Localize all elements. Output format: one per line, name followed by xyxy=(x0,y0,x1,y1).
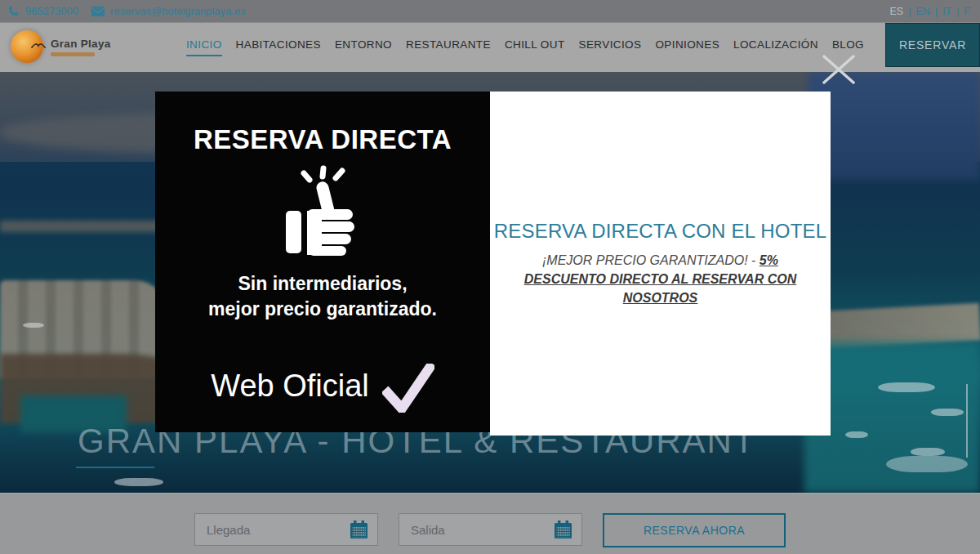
topbar: 965273000 reservas@hotelgranplaya.es ES … xyxy=(0,0,980,23)
nav-restaurante[interactable]: RESTAURANTE xyxy=(406,38,491,56)
promo-title: RESERVA DIRECTA xyxy=(194,124,452,155)
discount-text: ¡MEJOR PRECIO GARANTIZADO! - 5% DESCUENT… xyxy=(510,251,812,307)
boat-shape xyxy=(845,431,868,438)
promo-text: Sin intermediarios, mejor precio garanti… xyxy=(208,271,437,322)
lang-separator: | xyxy=(908,6,911,17)
checkmark-icon xyxy=(382,364,434,413)
hotel-gran-playa-page: 965273000 reservas@hotelgranplaya.es ES … xyxy=(0,0,980,554)
promo-line2: mejor precio garantizado. xyxy=(208,297,437,322)
promo-line1: Sin intermediarios, xyxy=(208,271,437,297)
departure-field xyxy=(399,513,582,546)
lang-it[interactable]: IT xyxy=(942,6,951,17)
phone-number: 965273000 xyxy=(25,5,78,17)
boat-shape xyxy=(114,478,163,486)
brand-tagline xyxy=(51,52,95,56)
direct-booking-heading: RESERVA DIRECTA CON EL HOTEL xyxy=(494,220,826,243)
nav-chill-out[interactable]: CHILL OUT xyxy=(505,38,565,56)
email-address: reservas@hotelgranplaya.es xyxy=(110,5,246,17)
boat-shape xyxy=(911,448,945,456)
calendar-icon[interactable] xyxy=(553,520,573,543)
boat-shape xyxy=(931,409,964,416)
email-link[interactable]: reservas@hotelgranplaya.es xyxy=(91,5,246,17)
nav-habitaciones[interactable]: HABITACIONES xyxy=(236,38,321,56)
reservar-button[interactable]: RESERVAR xyxy=(885,23,980,67)
envelope-icon xyxy=(91,7,105,16)
language-switcher: ES | EN | IT | F xyxy=(889,6,972,17)
photo-region-sky-right xyxy=(808,72,980,180)
booking-bar: RESERVA AHORA xyxy=(0,493,980,554)
reserva-ahora-button[interactable]: RESERVA AHORA xyxy=(603,513,786,547)
boat-shape xyxy=(878,382,935,392)
sun-logo-icon xyxy=(11,30,43,63)
nav-entorno[interactable]: ENTORNO xyxy=(335,38,392,56)
logo[interactable]: Gran Playa xyxy=(11,30,111,63)
calendar-icon[interactable] xyxy=(349,520,369,543)
lang-separator: | xyxy=(956,6,959,17)
arrival-field xyxy=(194,513,378,546)
lang-fr[interactable]: F xyxy=(964,6,970,17)
boat-shape xyxy=(23,323,44,328)
lang-es[interactable]: ES xyxy=(889,6,903,17)
lang-separator: | xyxy=(935,6,938,17)
phone-icon xyxy=(8,6,20,17)
nav-opiniones[interactable]: OPINIONES xyxy=(655,38,719,56)
hero-title-underline xyxy=(76,467,154,468)
close-icon[interactable] xyxy=(820,53,858,86)
main-nav: INICIO HABITACIONES ENTORNO RESTAURANTE … xyxy=(186,23,864,72)
lang-en[interactable]: EN xyxy=(915,6,929,17)
nav-localizacion[interactable]: LOCALIZACIÓN xyxy=(733,38,818,56)
web-oficial-label: Web Oficial xyxy=(211,369,369,404)
nav-inicio[interactable]: INICIO xyxy=(186,38,222,56)
nav-servicios[interactable]: SERVICIOS xyxy=(579,38,642,56)
boat-shape xyxy=(886,456,968,472)
contact-info: 965273000 reservas@hotelgranplaya.es xyxy=(8,5,246,17)
direct-booking-panel: RESERVA DIRECTA CON EL HOTEL ¡MEJOR PREC… xyxy=(490,92,831,436)
boat-mast xyxy=(966,384,968,458)
phone-link[interactable]: 965273000 xyxy=(8,5,78,17)
discount-text-prefix: ¡MEJOR PRECIO GARANTIZADO! - xyxy=(542,253,760,267)
brand-name: Gran Playa xyxy=(51,38,111,50)
thumbs-up-icon xyxy=(274,165,371,263)
web-oficial-row: Web Oficial xyxy=(211,359,434,413)
promo-panel: RESERVA DIRECTA Sin xyxy=(155,92,490,432)
